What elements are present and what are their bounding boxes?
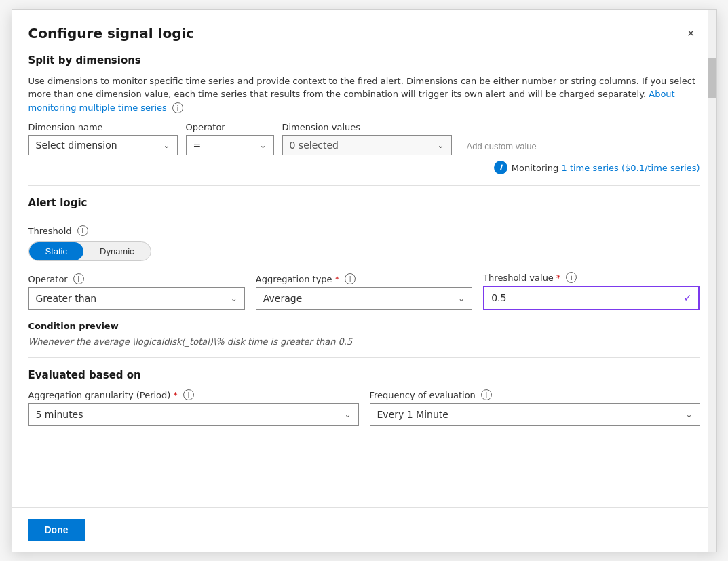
- configure-signal-modal: Configure signal logic × Split by dimens…: [12, 9, 717, 552]
- operator-field-chevron: ⌄: [231, 294, 237, 303]
- divider-2: [28, 357, 700, 358]
- threshold-toggle-group[interactable]: Static Dynamic: [28, 241, 151, 261]
- alert-logic-title: Alert logic: [28, 197, 88, 209]
- threshold-value-input[interactable]: 0.5 ✓: [483, 286, 700, 310]
- done-button[interactable]: Done: [28, 519, 85, 541]
- threshold-value-info-icon[interactable]: i: [566, 272, 577, 283]
- evaluated-fields-row: Aggregation granularity (Period) * i 5 m…: [28, 389, 700, 426]
- threshold-value-text: 0.5: [491, 292, 506, 303]
- operator-col: Operator = ⌄: [186, 122, 274, 155]
- condition-preview-title: Condition preview: [28, 321, 700, 331]
- condition-preview-text: Whenever the average \logicaldisk(_total…: [28, 336, 700, 347]
- operator-field-info-icon[interactable]: i: [73, 273, 84, 284]
- operator-field-value: Greater than: [36, 293, 97, 304]
- frequency-select[interactable]: Every 1 Minute ⌄: [370, 403, 700, 426]
- dimension-name-value: Select dimension: [36, 140, 117, 151]
- dimensions-row: Dimension name Select dimension ⌄ Operat…: [28, 122, 700, 155]
- threshold-info-icon[interactable]: i: [77, 225, 88, 236]
- frequency-value: Every 1 Minute: [377, 409, 448, 420]
- period-chevron: ⌄: [344, 410, 351, 419]
- period-select[interactable]: 5 minutes ⌄: [28, 403, 359, 426]
- alert-fields-row: Operator i Greater than ⌄ Aggregation ty…: [28, 272, 700, 310]
- dimension-name-select[interactable]: Select dimension ⌄: [28, 135, 178, 155]
- period-value: 5 minutes: [36, 409, 83, 420]
- period-required-star: *: [173, 390, 178, 400]
- operator-value: =: [193, 140, 202, 151]
- threshold-label: Threshold i: [28, 225, 700, 236]
- modal-body: Split by dimensions Use dimensions to mo…: [12, 54, 716, 507]
- aggregation-field-label: Aggregation type * i: [256, 273, 472, 284]
- divider-1: [28, 185, 700, 186]
- scrollbar-thumb[interactable]: [708, 58, 716, 98]
- static-toggle-button[interactable]: Static: [29, 242, 84, 260]
- aggregation-field-group: Aggregation type * i Average ⌄: [256, 273, 472, 310]
- monitoring-info-icon: i: [494, 161, 507, 174]
- frequency-field-group: Frequency of evaluation i Every 1 Minute…: [370, 389, 700, 426]
- condition-preview-section: Condition preview Whenever the average \…: [28, 321, 700, 347]
- modal-header: Configure signal logic ×: [12, 10, 716, 54]
- dim-name-label: Dimension name: [28, 122, 178, 132]
- modal-overlay: Configure signal logic × Split by dimens…: [0, 0, 728, 561]
- dim-values-chevron: ⌄: [437, 140, 444, 150]
- modal-footer: Done: [12, 507, 716, 552]
- dim-values-col: Dimension values 0 selected ⌄: [282, 122, 452, 155]
- threshold-label-text: Threshold: [28, 226, 72, 236]
- monitoring-text: Monitoring 1 time series ($0.1/time seri…: [512, 163, 700, 173]
- monitoring-series-link[interactable]: 1 time series ($0.1/time series): [561, 163, 700, 173]
- aggregation-field-value: Average: [263, 293, 303, 304]
- period-info-icon[interactable]: i: [183, 389, 194, 400]
- aggregation-required-star: *: [335, 274, 340, 284]
- alert-logic-header: Alert logic: [28, 197, 700, 217]
- dim-values-value: 0 selected: [290, 140, 339, 151]
- frequency-field-label: Frequency of evaluation i: [370, 389, 700, 400]
- dim-values-label: Dimension values: [282, 122, 452, 132]
- split-section-title: Split by dimensions: [28, 54, 700, 66]
- dim-values-select[interactable]: 0 selected ⌄: [282, 135, 452, 155]
- period-label-text: Aggregation granularity (Period): [28, 390, 171, 400]
- monitoring-link-info-icon[interactable]: i: [172, 102, 183, 113]
- threshold-required-star: *: [556, 273, 561, 283]
- monitoring-info-row: i Monitoring 1 time series ($0.1/time se…: [28, 161, 700, 174]
- frequency-label-text: Frequency of evaluation: [370, 390, 476, 400]
- operator-select[interactable]: = ⌄: [186, 135, 274, 155]
- split-info-text: Use dimensions to monitor specific time …: [28, 75, 700, 115]
- operator-chevron: ⌄: [259, 140, 266, 150]
- frequency-info-icon[interactable]: i: [481, 389, 492, 400]
- info-text-content: Use dimensions to monitor specific time …: [28, 76, 696, 100]
- dimension-name-col: Dimension name Select dimension ⌄: [28, 122, 178, 155]
- evaluated-section: Evaluated based on Aggregation granulari…: [28, 369, 700, 426]
- alert-logic-section: Alert logic Threshold i Static Dynamic: [28, 197, 700, 310]
- modal-title: Configure signal logic: [28, 25, 195, 41]
- add-custom-value-button[interactable]: Add custom value: [460, 137, 543, 155]
- aggregation-info-icon[interactable]: i: [345, 273, 356, 284]
- split-by-dimensions-section: Split by dimensions Use dimensions to mo…: [28, 54, 700, 175]
- threshold-value-label-text: Threshold value: [483, 273, 554, 283]
- operator-field-label: Operator i: [28, 273, 245, 284]
- evaluated-title: Evaluated based on: [28, 369, 700, 381]
- dimension-name-chevron: ⌄: [163, 140, 170, 150]
- aggregation-field-chevron: ⌄: [458, 294, 465, 303]
- aggregation-field-label-text: Aggregation type: [256, 274, 332, 284]
- threshold-value-label: Threshold value * i: [483, 272, 700, 283]
- threshold-value-field-group: Threshold value * i 0.5 ✓: [483, 272, 700, 310]
- dynamic-toggle-button[interactable]: Dynamic: [83, 242, 151, 260]
- scrollbar-track[interactable]: [708, 10, 716, 552]
- period-field-label: Aggregation granularity (Period) * i: [28, 389, 359, 400]
- operator-field-group: Operator i Greater than ⌄: [28, 273, 245, 310]
- threshold-section: Threshold i Static Dynamic: [28, 225, 700, 261]
- period-field-group: Aggregation granularity (Period) * i 5 m…: [28, 389, 359, 426]
- threshold-check-icon: ✓: [684, 292, 692, 303]
- operator-field-label-text: Operator: [28, 274, 68, 284]
- frequency-chevron: ⌄: [685, 410, 692, 419]
- close-button[interactable]: ×: [682, 24, 700, 43]
- operator-field-select[interactable]: Greater than ⌄: [28, 287, 245, 310]
- operator-label: Operator: [186, 122, 274, 132]
- aggregation-field-select[interactable]: Average ⌄: [256, 287, 472, 310]
